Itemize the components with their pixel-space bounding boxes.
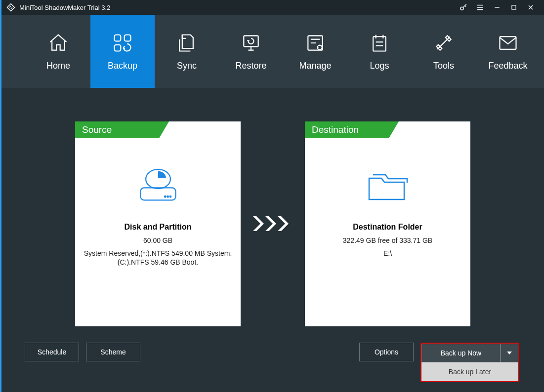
svg-rect-2 [115, 35, 121, 41]
svg-rect-8 [373, 37, 386, 51]
tools-icon [433, 32, 455, 54]
svg-rect-9 [500, 37, 516, 49]
nav-label: Restore [235, 61, 266, 71]
destination-free: 322.49 GB free of 333.71 GB [305, 236, 470, 244]
disk-icon [75, 163, 241, 208]
nav-home[interactable]: Home [26, 15, 90, 88]
options-button[interactable]: Options [359, 343, 414, 361]
svg-point-13 [164, 196, 166, 197]
destination-panel[interactable]: Destination Destination Folder 322.49 GB… [305, 121, 470, 326]
svg-rect-1 [512, 5, 516, 9]
caret-down-icon [507, 352, 512, 354]
nav-label: Tools [433, 61, 454, 71]
source-detail1: System Reserved,(*:).NTFS 549.00 MB Syst… [75, 249, 241, 257]
svg-point-11 [169, 196, 171, 197]
app-title: MiniTool ShadowMaker Trial 3.2 [19, 4, 110, 11]
nav-logs[interactable]: Logs [347, 15, 412, 88]
svg-rect-4 [115, 44, 121, 51]
svg-point-0 [460, 7, 463, 10]
scheme-button[interactable]: Scheme [86, 343, 140, 361]
destination-header: Destination [305, 121, 389, 138]
backup-later-button[interactable]: Back up Later [421, 362, 518, 381]
nav-feedback[interactable]: Feedback [476, 15, 540, 88]
source-size: 60.00 GB [75, 236, 241, 244]
arrows-icon [251, 214, 295, 234]
manage-icon [304, 32, 326, 54]
backup-split-button: Back up Now Back up Later [420, 343, 519, 382]
nav-restore[interactable]: Restore [219, 15, 283, 88]
svg-rect-5 [244, 36, 258, 46]
nav-tools[interactable]: Tools [412, 15, 476, 88]
source-title: Disk and Partition [75, 223, 241, 232]
close-button[interactable] [522, 0, 539, 15]
title-bar: MiniTool ShadowMaker Trial 3.2 [1, 0, 544, 15]
minimize-button[interactable] [489, 0, 505, 15]
logs-icon [369, 32, 390, 54]
home-icon [47, 32, 69, 54]
backup-now-button[interactable]: Back up Now [421, 344, 501, 362]
schedule-button[interactable]: Schedule [25, 343, 79, 361]
source-panel[interactable]: Source Disk and Partition 60.00 GB Syste… [75, 121, 241, 326]
restore-icon [240, 32, 262, 54]
nav-label: Logs [370, 61, 389, 71]
svg-rect-10 [140, 188, 175, 200]
app-logo-icon [6, 3, 15, 12]
backup-dropdown-button[interactable] [501, 344, 518, 362]
destination-path: E:\ [305, 249, 470, 257]
nav-manage[interactable]: Manage [283, 15, 347, 88]
sync-icon [176, 32, 198, 54]
main-nav: Home Backup Sync Restore Manage Logs Too… [1, 15, 544, 88]
folder-icon [305, 163, 470, 208]
backup-icon [112, 32, 133, 54]
nav-label: Home [46, 61, 70, 71]
source-header: Source [75, 121, 159, 138]
nav-label: Manage [299, 61, 331, 71]
footer-bar: Schedule Scheme Options Back up Now Back… [0, 343, 544, 382]
nav-backup[interactable]: Backup [90, 15, 155, 88]
nav-label: Backup [108, 61, 137, 71]
maximize-button[interactable] [505, 0, 522, 15]
svg-rect-3 [125, 35, 131, 41]
menu-icon[interactable] [472, 0, 489, 15]
destination-title: Destination Folder [305, 223, 470, 232]
nav-label: Sync [177, 61, 197, 71]
feedback-icon [497, 32, 519, 54]
content-area: Source Disk and Partition 60.00 GB Syste… [1, 88, 544, 345]
key-icon[interactable] [455, 0, 472, 15]
nav-label: Feedback [488, 61, 527, 71]
nav-sync[interactable]: Sync [155, 15, 219, 88]
svg-point-12 [167, 196, 168, 197]
source-detail2: (C:).NTFS 59.46 GB Boot. [75, 258, 241, 266]
